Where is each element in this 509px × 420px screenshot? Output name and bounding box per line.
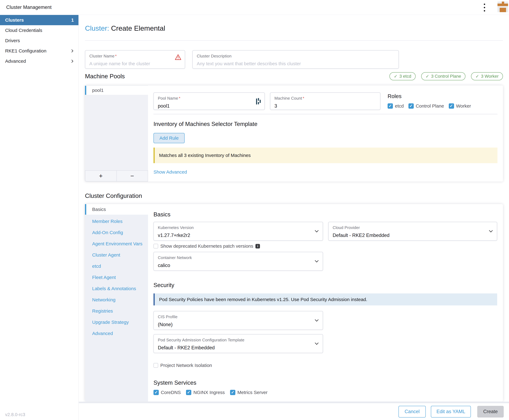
sidebar-item-clusters[interactable]: Clusters 1: [0, 15, 78, 25]
role-etcd: etcd: [388, 103, 404, 109]
project-network-isolation-row: Project Network Isolation: [153, 363, 497, 368]
sidebar: Clusters 1 Cloud Credentials Drivers RKE…: [0, 15, 79, 420]
sidebar-item-rke1-configuration[interactable]: RKE1 Configuration: [0, 46, 78, 56]
cluster-name-field[interactable]: Cluster Name* A unique name for the clus…: [85, 50, 185, 69]
chevron-down-icon: [315, 318, 318, 322]
sidebar-item-label: Drivers: [5, 38, 20, 43]
page-title-name: Create Elemental: [111, 24, 165, 32]
cluster-name-label: Cluster Name: [89, 54, 114, 58]
page-title-prefix: Cluster:: [85, 24, 109, 32]
cluster-description-placeholder: Any text you want that better describes …: [197, 61, 394, 66]
pool-divider: [153, 114, 497, 114]
tab-advanced[interactable]: Advanced: [85, 328, 148, 339]
edit-as-yaml-button[interactable]: Edit as YAML: [431, 406, 471, 418]
role-count-badges: ✓ 3 etcd ✓ 3 Control Plane ✓ 3 Worker: [389, 72, 503, 80]
chevron-right-icon: [70, 60, 73, 63]
create-button[interactable]: Create: [477, 406, 504, 418]
machine-count-field[interactable]: Machine Count* 3: [270, 92, 381, 110]
app-root: Cluster Management Clusters 1 Cloud Cred…: [0, 0, 509, 420]
cluster-description-field[interactable]: Cluster Description Any text you want th…: [192, 50, 399, 69]
cluster-name-row: Cluster Name* A unique name for the clus…: [85, 50, 399, 69]
kubernetes-version-select[interactable]: Kubernetes Version v1.27.7+rke2r2: [153, 222, 323, 241]
nginx-ingress-checkbox[interactable]: [186, 390, 191, 395]
tab-add-on-config[interactable]: Add-On Config: [85, 227, 148, 238]
service-nginx-ingress: NGINX Ingress: [186, 390, 225, 395]
cancel-button[interactable]: Cancel: [398, 406, 426, 418]
machine-pools-header: Machine Pools ✓ 3 etcd ✓ 3 Control Plane…: [85, 72, 503, 80]
add-pool-button[interactable]: +: [85, 170, 117, 181]
cluster-name-placeholder: A unique name for the cluster: [89, 61, 181, 66]
tab-basics[interactable]: Basics: [85, 204, 148, 215]
pool-name-field[interactable]: Pool Name* pool1: [153, 92, 265, 110]
avatar-art: [502, 1, 504, 4]
sidebar-item-advanced[interactable]: Advanced: [0, 56, 78, 66]
container-network-select[interactable]: Container Network calico: [153, 252, 323, 271]
show-deprecated-checkbox[interactable]: [153, 244, 158, 248]
tab-registries[interactable]: Registries: [85, 305, 148, 317]
control-plane-count-badge: ✓ 3 Control Plane: [421, 72, 465, 80]
control-plane-checkbox[interactable]: [408, 103, 414, 109]
pool-name-label: Pool Name: [158, 96, 178, 101]
clusters-count-badge: 1: [71, 18, 74, 23]
container-network-value: calico: [158, 262, 319, 268]
chevron-down-icon: [315, 229, 318, 232]
randomize-name-icon[interactable]: [256, 98, 261, 105]
cloud-provider-value: Default - RKE2 Embedded: [333, 232, 493, 238]
etcd-checkbox[interactable]: [388, 103, 393, 109]
tab-etcd[interactable]: etcd: [85, 261, 148, 272]
chevron-right-icon: [70, 49, 73, 52]
user-avatar[interactable]: [497, 1, 508, 12]
tab-agent-environment-vars[interactable]: Agent Environment Vars: [85, 238, 148, 249]
check-icon: ✓: [394, 74, 397, 79]
show-advanced-link[interactable]: Show Advanced: [153, 169, 187, 175]
cluster-configuration-heading: Cluster Configuration: [85, 192, 142, 199]
add-rule-button[interactable]: Add Rule: [153, 133, 185, 143]
basics-heading: Basics: [153, 211, 497, 218]
pool-tab-pool1[interactable]: pool1: [85, 86, 148, 95]
sidebar-item-cloud-credentials[interactable]: Cloud Credentials: [0, 25, 78, 36]
top-header: Cluster Management: [0, 0, 509, 15]
cluster-configuration-card: Basics Member Roles Add-On Config Agent …: [85, 204, 503, 401]
config-content: Basics Kubernetes Version v1.27.7+rke2r2…: [148, 204, 503, 395]
chevron-down-icon: [315, 341, 318, 345]
metrics-server-checkbox[interactable]: [230, 390, 235, 395]
warning-icon: [175, 54, 181, 60]
worker-checkbox[interactable]: [449, 103, 454, 109]
security-heading: Security: [153, 282, 497, 288]
tab-fleet-agent[interactable]: Fleet Agent: [85, 272, 148, 283]
check-icon: ✓: [426, 74, 429, 79]
role-worker: Worker: [449, 103, 471, 109]
system-services-heading: System Services: [153, 380, 497, 386]
sidebar-item-label: Cloud Credentials: [5, 28, 42, 33]
remove-pool-button[interactable]: −: [117, 170, 148, 181]
project-network-isolation-checkbox[interactable]: [153, 363, 158, 368]
tab-upgrade-strategy[interactable]: Upgrade Strategy: [85, 317, 148, 328]
chevron-down-icon: [315, 259, 318, 262]
inventory-selector-heading: Inventory of Machines Selector Template: [153, 121, 497, 127]
sidebar-item-label: Clusters: [5, 17, 24, 23]
psa-template-select[interactable]: Pod Security Admission Configuration Tem…: [153, 334, 323, 353]
tab-labels-annotations[interactable]: Labels & Annotations: [85, 283, 148, 294]
cloud-provider-select[interactable]: Cloud Provider Default - RKE2 Embedded: [328, 222, 497, 241]
sidebar-item-label: RKE1 Configuration: [5, 48, 46, 53]
pool-add-remove-row: + −: [85, 170, 148, 181]
version-label: v2.8.0-rc3: [5, 412, 25, 417]
config-tab-column: Basics Member Roles Add-On Config Agent …: [85, 204, 148, 401]
info-icon: i: [255, 244, 260, 248]
page-title: Cluster: Create Elemental: [85, 24, 165, 32]
pool-name-value: pool1: [158, 103, 260, 109]
service-metrics-server: Metrics Server: [230, 390, 267, 395]
tab-cluster-agent[interactable]: Cluster Agent: [85, 249, 148, 261]
tab-member-roles[interactable]: Member Roles: [85, 216, 148, 227]
pool-tab-label: pool1: [92, 88, 104, 93]
deprecated-versions-row: Show deprecated Kubernetes patch version…: [153, 243, 497, 249]
coredns-checkbox[interactable]: [153, 390, 159, 395]
cluster-description-label: Cluster Description: [197, 54, 232, 58]
tab-networking[interactable]: Networking: [85, 294, 148, 305]
sidebar-item-drivers[interactable]: Drivers: [0, 36, 78, 46]
role-control-plane: Control Plane: [408, 103, 444, 109]
kebab-menu-icon[interactable]: [481, 3, 487, 12]
cis-profile-select[interactable]: CIS Profile (None): [153, 311, 323, 330]
cis-profile-value: (None): [158, 322, 319, 327]
pool-tab-column: pool1 + −: [85, 85, 148, 181]
